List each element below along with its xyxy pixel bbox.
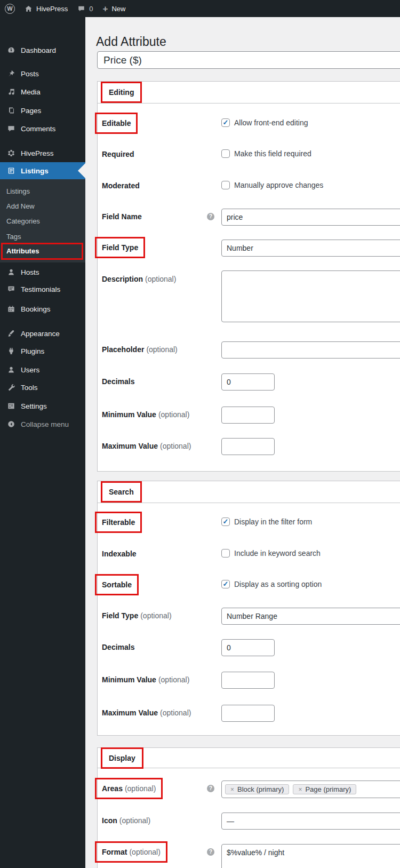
sidebar-item-dashboard[interactable]: Dashboard [0,41,85,59]
checkbox-control: ✓ Display as a sorting option [221,580,322,588]
collapse-arrow-icon [6,420,16,428]
sidebar-item-posts[interactable]: Posts [0,65,85,83]
remove-tag-icon[interactable]: × [298,786,302,793]
attribute-name-input[interactable]: Price ($) [97,51,400,69]
input-value: 0 [227,643,231,652]
field-label: Decimals [102,377,134,386]
filterable-checkbox[interactable]: ✓ [221,517,230,526]
sidebar-item-comments[interactable]: Comments [0,120,85,138]
sidebar-item-testimonials[interactable]: Testimonials [0,280,85,298]
row-sortable: Sortable ✓ Display as a sorting option [102,580,400,598]
search-field-type-select[interactable]: Number Range [221,608,400,625]
search-maximum-value-input[interactable] [221,705,275,722]
calendar-icon [6,305,16,313]
search-minimum-value-input[interactable] [221,672,275,689]
row-search-maximum-value: Maximum Value(optional) [102,708,400,726]
decimals-input[interactable]: 0 [221,373,275,391]
sidebar-item-bookings[interactable]: Bookings [0,300,85,318]
sidebar-item-hosts[interactable]: Hosts [0,263,85,281]
maximum-value-input[interactable] [221,438,275,455]
field-label: Areas(optional) [95,778,163,799]
row-search-field-type: Field Type(optional) Number Range [102,611,400,629]
field-label: Field Type [95,237,145,258]
submenu-item-tags[interactable]: Tags [0,229,85,244]
editing-panel: Editing Editable ✓ Allow front-end editi… [97,81,400,472]
sidebar-item-listings[interactable]: Listings [0,162,85,179]
input-value: 0 [227,378,231,386]
row-indexable: Indexable Include in keyword search [102,549,400,567]
areas-multiselect[interactable]: × Block (primary) × Page (primary) [221,781,400,798]
row-decimals: Decimals 0 [102,377,400,395]
field-name-input[interactable]: price [221,209,400,226]
sidebar-item-appearance[interactable]: Appearance [0,324,85,343]
sidebar-item-plugins[interactable]: Plugins [0,342,85,360]
wordpress-menu[interactable]: W [0,0,20,17]
hivepress-flower-icon [6,149,16,157]
placeholder-input[interactable] [221,341,400,359]
submenu-item-add-new[interactable]: Add New [0,199,85,214]
sidebar-item-users[interactable]: Users [0,361,85,379]
submenu-item-attributes[interactable]: Attributes [1,243,83,260]
editable-checkbox[interactable]: ✓ [221,118,230,127]
checkbox-control: ✓ Display in the filter form [221,517,312,526]
user-icon [6,365,16,374]
icon-select[interactable]: — [221,813,400,830]
active-menu-arrow [78,163,85,178]
field-label: Sortable [95,574,139,595]
row-filterable: Filterable ✓ Display in the filter form [102,517,400,536]
row-field-name: Field Name ? price [102,212,400,230]
description-textarea[interactable] [221,270,400,322]
help-icon[interactable]: ? [207,785,214,792]
submenu-item-listings[interactable]: Listings [0,184,85,199]
row-areas: Areas(optional) ? × Block (primary) × Pa… [102,784,400,802]
field-label: Minimum Value(optional) [102,675,189,684]
pushpin-icon [6,69,16,78]
plus-icon: + [102,4,108,13]
help-icon[interactable]: ? [207,213,214,220]
person-icon [6,268,16,276]
field-label: Field Name [102,212,142,221]
site-link[interactable]: HivePress [20,0,73,17]
search-decimals-input[interactable]: 0 [221,639,275,656]
checkbox-control: Make this field required [221,149,311,158]
sliders-icon [6,402,16,410]
section-title-display: Display [101,747,143,769]
row-moderated: Moderated Manually approve changes [102,181,400,199]
home-icon [25,5,33,13]
tag-label: Block (primary) [237,785,284,793]
comments-shortcut[interactable]: 0 [73,0,98,17]
admin-bar: W HivePress 0 + New [0,0,400,17]
help-icon[interactable]: ? [207,848,214,856]
sidebar-item-settings[interactable]: Settings [0,397,85,415]
checkbox-label: Allow front-end editing [234,118,308,127]
row-search-minimum-value: Minimum Value(optional) [102,675,400,693]
checkbox-control: Include in keyword search [221,549,321,558]
row-maximum-value: Maximum Value(optional) [102,441,400,459]
field-label: Format(optional) [95,841,167,863]
remove-tag-icon[interactable]: × [230,786,234,793]
required-checkbox[interactable] [221,149,230,158]
moderated-checkbox[interactable] [221,181,230,189]
indexable-checkbox[interactable] [221,549,230,558]
checkbox-label: Include in keyword search [234,549,321,558]
comments-icon [6,124,16,133]
field-label: Field Type(optional) [102,611,172,620]
pages-icon [6,106,16,115]
sidebar-item-collapse-menu[interactable]: Collapse menu [0,415,85,433]
field-type-select[interactable]: Number [221,240,400,257]
sortable-checkbox[interactable]: ✓ [221,580,230,588]
sidebar-item-hivepress[interactable]: HivePress [0,144,85,162]
sidebar-item-tools[interactable]: Tools [0,378,85,396]
minimum-value-input[interactable] [221,407,275,424]
display-panel: Display Areas(optional) ? × Block (prima… [97,747,400,868]
field-label: Minimum Value(optional) [102,410,189,419]
submenu-item-categories[interactable]: Categories [0,214,85,229]
new-content-menu[interactable]: + New [98,0,130,17]
comments-count: 0 [89,5,93,13]
sidebar-item-pages[interactable]: Pages [0,101,85,120]
wrench-icon [6,383,16,392]
format-input[interactable]: $%value% / night [221,844,400,868]
row-required: Required Make this field required [102,149,400,168]
checkbox-label: Display as a sorting option [234,580,322,588]
sidebar-item-media[interactable]: Media [0,83,85,101]
